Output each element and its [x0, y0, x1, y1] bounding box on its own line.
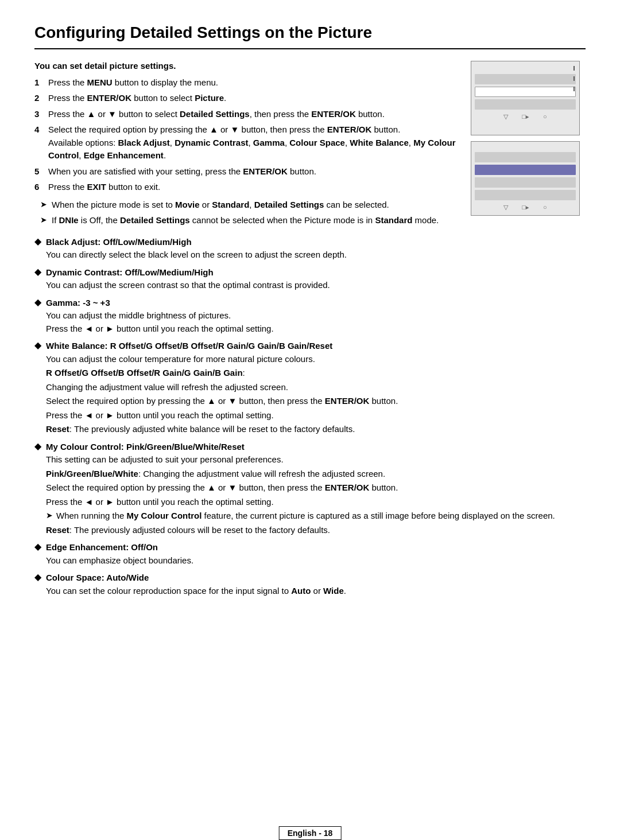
white-balance-sub-title: R Offset/G Offset/B Offset/R Gain/G Gain…: [34, 367, 586, 380]
steps-list: 1 Press the MENU button to display the m…: [34, 76, 459, 194]
title-divider: [34, 48, 586, 49]
step-5: 5 When you are satisfied with your setti…: [34, 165, 459, 178]
note-2: ➤ If DNIe is Off, the Detailed Settings …: [34, 214, 459, 227]
bullet-section-white-balance: ◆ White Balance: R Offset/G Offset/B Off…: [34, 340, 586, 436]
step-num-5: 5: [34, 165, 46, 178]
note-text-1: When the picture mode is set to Movie or…: [52, 199, 389, 212]
my-colour-sub-title: Pink/Green/Blue/White: Changing the adju…: [34, 468, 586, 481]
white-balance-sub-3: Press the ◄ or ► button until you reach …: [34, 409, 586, 422]
note-1: ➤ When the picture mode is set to Movie …: [34, 199, 459, 212]
menu-row-b1: [475, 152, 576, 162]
bullet-edge-content: Edge Enhancement: Off/On You can emphasi…: [46, 541, 586, 567]
diamond-icon-7: ◆: [34, 571, 46, 597]
bullet-colour-space-content: Colour Space: Auto/Wide You can set the …: [46, 571, 586, 597]
menu-row-b3: [475, 177, 576, 188]
bullet-gamma-content: Gamma: -3 ~ +3 You can adjust the middle…: [46, 297, 586, 336]
step-4: 4 Select the required option by pressing…: [34, 123, 459, 162]
page-title: Configuring Detailed Settings on the Pic…: [34, 23, 586, 42]
black-adjust-desc: You can directly select the black level …: [46, 250, 347, 259]
bullet-section-dynamic-contrast: ◆ Dynamic Contrast: Off/Low/Medium/High …: [34, 266, 586, 292]
diamond-icon-3: ◆: [34, 297, 46, 336]
note-arrow-my-colour: ➤: [46, 510, 56, 523]
diamond-icon-5: ◆: [34, 441, 46, 466]
step-text-3: Press the ▲ or ▼ button to select Detail…: [48, 108, 459, 121]
gamma-desc-1: You can adjust the middle brightness of …: [46, 310, 231, 320]
white-balance-desc: You can adjust the colour temperature fo…: [46, 354, 315, 364]
step-num-3: 3: [34, 108, 46, 121]
step-2: 2 Press the ENTER/OK button to select Pi…: [34, 92, 459, 105]
dynamic-contrast-desc: You can adjust the screen contrast so th…: [46, 280, 330, 290]
step-6: 6 Press the EXIT button to exit.: [34, 181, 459, 194]
spacer-top: [475, 66, 576, 74]
bullet-black-adjust: ◆ Black Adjust: Off/Low/Medium/High You …: [34, 236, 586, 262]
box-icon: □▸: [522, 113, 529, 120]
bullet-my-colour: ◆ My Colour Control: Pink/Green/Blue/Whi…: [34, 441, 586, 466]
tick-2: [574, 76, 575, 81]
menu-icons-top: ▽ □▸ ○: [475, 113, 576, 120]
intro-text: You can set detail picture settings.: [34, 61, 459, 71]
bullet-section-colour-space: ◆ Colour Space: Auto/Wide You can set th…: [34, 571, 586, 597]
bullet-section-black-adjust: ◆ Black Adjust: Off/Low/Medium/High You …: [34, 236, 586, 262]
bullet-section-gamma: ◆ Gamma: -3 ~ +3 You can adjust the midd…: [34, 297, 586, 336]
colour-space-desc: You can set the colour reproduction spac…: [46, 586, 346, 596]
step-num-4: 4: [34, 123, 46, 162]
menu-images-area: ▽ □▸ ○ ▽ □▸ ○: [471, 61, 586, 230]
my-colour-desc: This setting can be adjusted to suit you…: [46, 454, 284, 464]
step-text-1: Press the MENU button to display the men…: [48, 76, 459, 90]
bullet-black-adjust-content: Black Adjust: Off/Low/Medium/High You ca…: [46, 236, 586, 262]
note-text-2: If DNIe is Off, the Detailed Settings ca…: [52, 214, 439, 227]
tick-marks-top: [574, 66, 575, 91]
menu-row-3: [475, 99, 576, 110]
step-3: 3 Press the ▲ or ▼ button to select Deta…: [34, 108, 459, 121]
triangle-down-icon-b: ▽: [503, 204, 508, 211]
step-1: 1 Press the MENU button to display the m…: [34, 76, 459, 90]
diamond-icon-4: ◆: [34, 340, 46, 365]
tick-1: [574, 66, 575, 71]
tick-3: [574, 87, 575, 91]
step-text-5: When you are satisfied with your setting…: [48, 165, 459, 178]
bullet-white-balance-content: White Balance: R Offset/G Offset/B Offse…: [46, 340, 586, 365]
step-num-1: 1: [34, 76, 46, 90]
white-balance-sub-2: Select the required option by pressing t…: [34, 395, 586, 408]
my-colour-sub-3: Press the ◄ or ► button until you reach …: [34, 496, 586, 509]
step-text-2: Press the ENTER/OK button to select Pict…: [48, 92, 459, 105]
my-colour-reset: Reset: The previously adjusted colours w…: [34, 524, 586, 537]
menu-image-bottom: ▽ □▸ ○: [471, 141, 580, 216]
menu-row-b4: [475, 190, 576, 200]
step-num-2: 2: [34, 92, 46, 105]
box-icon-b: □▸: [522, 204, 529, 211]
circle-icon-b: ○: [543, 204, 547, 211]
bullet-my-colour-content: My Colour Control: Pink/Green/Blue/White…: [46, 441, 586, 466]
bullet-section-edge: ◆ Edge Enhancement: Off/On You can empha…: [34, 541, 586, 567]
gamma-desc-2: Press the ◄ or ► button until you reach …: [46, 324, 274, 333]
my-colour-note: ➤ When running the My Colour Control fea…: [34, 510, 586, 523]
step-num-6: 6: [34, 181, 46, 194]
bullet-section-my-colour: ◆ My Colour Control: Pink/Green/Blue/Whi…: [34, 441, 586, 537]
top-section: You can set detail picture settings. 1 P…: [34, 61, 586, 230]
white-balance-sub-1: Changing the adjustment value will refre…: [34, 381, 586, 394]
white-balance-reset: Reset: The previously adjusted white bal…: [34, 423, 586, 436]
bullet-white-balance: ◆ White Balance: R Offset/G Offset/B Off…: [34, 340, 586, 365]
my-colour-note-text: When running the My Colour Control featu…: [56, 510, 555, 523]
bullet-edge: ◆ Edge Enhancement: Off/On You can empha…: [34, 541, 586, 567]
diamond-icon-6: ◆: [34, 541, 46, 567]
steps-area: You can set detail picture settings. 1 P…: [34, 61, 459, 230]
bullet-dynamic-contrast: ◆ Dynamic Contrast: Off/Low/Medium/High …: [34, 266, 586, 292]
menu-image-top: ▽ □▸ ○: [471, 61, 580, 135]
spacer-bottom: [475, 146, 576, 152]
menu-row-1: [475, 74, 576, 84]
edge-desc: You can emphasize object boundaries.: [46, 555, 193, 565]
diamond-icon-2: ◆: [34, 266, 46, 292]
menu-row-2: [475, 87, 576, 97]
my-colour-sub-2: Select the required option by pressing t…: [34, 481, 586, 495]
bullet-gamma: ◆ Gamma: -3 ~ +3 You can adjust the midd…: [34, 297, 586, 336]
circle-icon: ○: [543, 113, 547, 120]
menu-icons-bottom: ▽ □▸ ○: [475, 204, 576, 211]
bullet-colour-space: ◆ Colour Space: Auto/Wide You can set th…: [34, 571, 586, 597]
triangle-down-icon: ▽: [503, 113, 508, 120]
note-arrow-2: ➤: [40, 214, 52, 227]
note-arrow-1: ➤: [40, 199, 52, 212]
menu-row-b2: [475, 165, 576, 175]
bullet-dynamic-contrast-content: Dynamic Contrast: Off/Low/Medium/High Yo…: [46, 266, 586, 292]
diamond-icon-1: ◆: [34, 236, 46, 262]
